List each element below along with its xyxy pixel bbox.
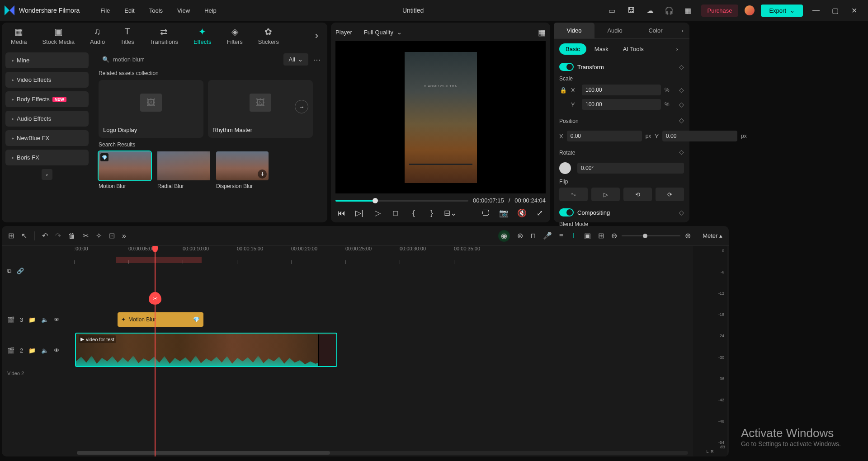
- rotate-ccw-button[interactable]: ⟲: [623, 188, 652, 201]
- user-avatar[interactable]: [745, 5, 755, 15]
- tab-effects[interactable]: ✦Effects: [193, 27, 212, 45]
- video-preview[interactable]: [335, 41, 546, 193]
- download-icon[interactable]: ⬇: [258, 169, 267, 179]
- menu-tools[interactable]: Tools: [142, 4, 170, 18]
- tab-media[interactable]: ▦Media: [11, 27, 27, 45]
- tabs-next-icon[interactable]: ›: [315, 30, 318, 42]
- play-button[interactable]: ▷: [372, 208, 383, 218]
- tl-cursor-icon[interactable]: ↖: [21, 231, 27, 240]
- inspector-tab-video[interactable]: Video: [554, 23, 594, 38]
- subtabs-next-icon[interactable]: ›: [670, 46, 684, 52]
- tl-marker-icon[interactable]: ⊓: [530, 231, 536, 240]
- split-button[interactable]: ✂: [83, 231, 89, 240]
- tl-grid-icon[interactable]: ⊞: [8, 231, 14, 240]
- transform-toggle[interactable]: [559, 63, 574, 71]
- cat-audio-effects[interactable]: ▸Audio Effects: [5, 111, 89, 127]
- inspector-next-icon[interactable]: ›: [676, 27, 689, 34]
- subtab-basic[interactable]: Basic: [559, 43, 586, 55]
- snapshot-icon[interactable]: 📷: [498, 208, 509, 218]
- mark-in-button[interactable]: {: [408, 209, 420, 218]
- arrow-right-icon[interactable]: →: [295, 100, 308, 113]
- meter-toggle[interactable]: Meter ▴: [703, 232, 722, 239]
- zoom-out-button[interactable]: ⊖: [611, 231, 617, 240]
- tab-transitions[interactable]: ⇄Transitions: [150, 27, 178, 45]
- track-visibility-icon[interactable]: 👁: [54, 316, 60, 323]
- cloud-icon[interactable]: ☁: [643, 4, 657, 17]
- flip-vertical-button[interactable]: ▷: [591, 188, 620, 201]
- mute-icon[interactable]: 🔇: [516, 208, 528, 218]
- keyframe-diamond-icon[interactable]: ◇: [679, 148, 684, 155]
- cat-newblue-fx[interactable]: ▸NewBlue FX: [5, 130, 89, 146]
- crop-button[interactable]: ⊡: [109, 231, 115, 240]
- keyframe-diamond-icon[interactable]: ◇: [679, 209, 684, 216]
- track-add-icon[interactable]: 📁: [28, 347, 36, 354]
- playhead[interactable]: ✂: [155, 246, 156, 456]
- scale-x-input[interactable]: [582, 85, 661, 95]
- keyframe-diamond-icon[interactable]: ◇: [679, 101, 684, 108]
- video-clip[interactable]: ▶video for test: [75, 333, 337, 367]
- flip-horizontal-button[interactable]: ⇋: [559, 188, 588, 201]
- subtab-mask[interactable]: Mask: [588, 43, 615, 55]
- step-back-button[interactable]: ▷|: [354, 208, 365, 218]
- headphones-icon[interactable]: 🎧: [662, 4, 676, 17]
- prev-frame-button[interactable]: ⏮: [335, 209, 347, 218]
- tl-group-icon[interactable]: ▣: [584, 231, 591, 240]
- filter-dropdown[interactable]: All⌄: [283, 53, 308, 66]
- apps-icon[interactable]: ▦: [681, 4, 695, 17]
- purchase-button[interactable]: Purchase: [701, 5, 739, 17]
- snapshot-area-icon[interactable]: ▦: [538, 28, 546, 38]
- stop-button[interactable]: □: [390, 209, 401, 218]
- timeline-scrollbar[interactable]: [77, 451, 688, 455]
- tl-render-icon[interactable]: ⊚: [517, 231, 523, 240]
- tl-copy-icon[interactable]: ⧉: [7, 268, 11, 275]
- voiceover-button[interactable]: 🎤: [543, 231, 552, 240]
- position-x-input[interactable]: [567, 131, 642, 141]
- tl-fx-icon[interactable]: ✧: [96, 231, 102, 240]
- menu-edit[interactable]: Edit: [117, 4, 142, 18]
- preview-scrubber[interactable]: [335, 200, 468, 202]
- tl-link-icon[interactable]: 🔗: [17, 268, 24, 275]
- minimize-button[interactable]: —: [809, 4, 823, 17]
- inspector-tab-audio[interactable]: Audio: [594, 23, 635, 38]
- effect-thumb-motion-blur[interactable]: 💎Motion Blur: [99, 151, 151, 189]
- tl-magnet-icon[interactable]: ⊥: [571, 231, 577, 240]
- rotate-input[interactable]: [577, 163, 684, 174]
- track-mute-icon[interactable]: 🔈: [41, 316, 48, 323]
- redo-button[interactable]: ↷: [55, 231, 61, 240]
- tab-stickers[interactable]: ✿Stickers: [258, 27, 279, 45]
- track-add-icon[interactable]: 📁: [28, 316, 36, 323]
- tab-stock-media[interactable]: ▣Stock Media: [42, 27, 75, 45]
- cat-body-effects[interactable]: ▸Body EffectsNEW: [5, 91, 89, 107]
- track-mute-icon[interactable]: 🔈: [41, 347, 48, 354]
- search-input[interactable]: 🔍motion blurr: [99, 54, 279, 65]
- menu-file[interactable]: File: [93, 4, 117, 18]
- delete-button[interactable]: 🗑: [68, 232, 75, 240]
- maximize-button[interactable]: ▢: [828, 4, 842, 17]
- mark-out-button[interactable]: }: [426, 209, 438, 218]
- tab-audio[interactable]: ♫Audio: [90, 27, 105, 45]
- zoom-in-button[interactable]: ⊕: [685, 231, 691, 240]
- display-icon[interactable]: 🖵: [480, 209, 491, 218]
- keyframe-diamond-icon[interactable]: ◇: [679, 117, 684, 124]
- collapse-sidebar-button[interactable]: ‹: [42, 169, 52, 180]
- effect-thumb-radial-blur[interactable]: Radial Blur: [157, 151, 210, 189]
- rotate-cw-button[interactable]: ⟳: [656, 188, 684, 201]
- position-y-input[interactable]: [662, 131, 737, 141]
- menu-help[interactable]: Help: [197, 4, 224, 18]
- undo-button[interactable]: ↶: [42, 231, 48, 240]
- razor-icon[interactable]: ✂: [149, 292, 161, 305]
- tab-titles[interactable]: TTitles: [120, 27, 134, 45]
- rotate-dial[interactable]: [559, 162, 571, 174]
- effect-thumb-dispersion-blur[interactable]: ⬇Dispersion Blur: [216, 151, 269, 189]
- link-lock-icon[interactable]: 🔒: [559, 87, 567, 94]
- cat-boris-fx[interactable]: ▸Boris FX: [5, 150, 89, 165]
- quality-dropdown[interactable]: Full Quality⌄: [359, 27, 406, 38]
- cat-video-effects[interactable]: ▸Video Effects: [5, 72, 89, 88]
- cat-mine[interactable]: ▸Mine: [5, 52, 89, 68]
- layout-icon[interactable]: ▭: [605, 4, 619, 17]
- ai-button[interactable]: ◉: [498, 230, 510, 242]
- more-tools-button[interactable]: »: [122, 232, 126, 240]
- keyframe-diamond-icon[interactable]: ◇: [679, 86, 684, 94]
- selection-range[interactable]: [116, 257, 202, 263]
- tl-add-icon[interactable]: ⊞: [598, 231, 604, 240]
